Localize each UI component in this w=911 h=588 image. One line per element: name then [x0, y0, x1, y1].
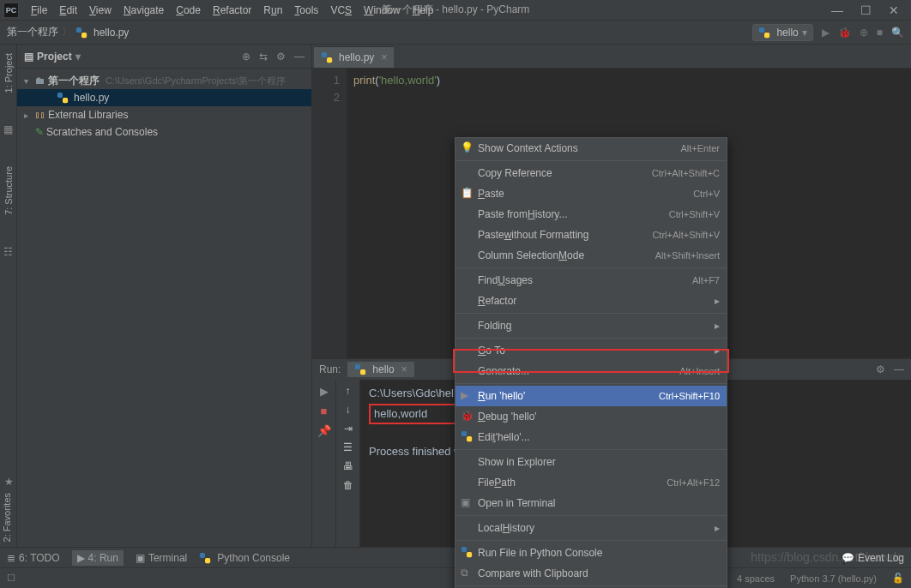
- stop-icon[interactable]: ■: [321, 405, 328, 417]
- submenu-arrow-icon: ▸: [715, 522, 720, 534]
- menu-edit[interactable]: Edit: [54, 3, 82, 18]
- event-log-button[interactable]: 💬Event Log: [842, 552, 904, 564]
- editor-tab-hello[interactable]: hello.py ×: [314, 46, 394, 68]
- run-config-selector[interactable]: hello ▾: [752, 24, 812, 41]
- menu-vcs[interactable]: VCS: [325, 3, 357, 18]
- ctx-generate[interactable]: Generate...Alt+Insert: [456, 361, 727, 381]
- structure-tool-tab[interactable]: 7: Structure: [2, 161, 15, 220]
- debug-button-icon[interactable]: 🐞: [838, 27, 851, 39]
- line-number: 1: [312, 72, 340, 89]
- hide-panel-icon[interactable]: —: [294, 51, 305, 63]
- clipboard-icon: 📋: [461, 187, 473, 199]
- trash-icon[interactable]: 🗑: [343, 479, 353, 491]
- gear-icon[interactable]: ⚙: [276, 51, 286, 63]
- close-tab-icon[interactable]: ×: [401, 363, 407, 375]
- ctx-copy-reference[interactable]: Copy ReferenceCtrl+Alt+Shift+C: [456, 163, 727, 183]
- project-panel-title[interactable]: ▤ Project ▾: [24, 51, 242, 63]
- gear-icon[interactable]: ⚙: [876, 363, 885, 375]
- python-file-icon: [57, 92, 69, 104]
- menu-tools[interactable]: Tools: [289, 3, 323, 18]
- tree-scratches[interactable]: ✎ Scratches and Consoles: [17, 123, 311, 141]
- down-icon[interactable]: ↓: [346, 404, 351, 416]
- menu-code[interactable]: Code: [171, 3, 206, 18]
- tree-file-hello[interactable]: hello.py: [17, 89, 311, 106]
- run-tool-button[interactable]: ▶4: Run: [72, 550, 124, 566]
- ctx-run-python-console[interactable]: Run File in Python Console: [456, 543, 727, 563]
- ctx-paste-without-formatting[interactable]: Paste without FormattingCtrl+Alt+Shift+V: [456, 225, 727, 245]
- maximize-icon[interactable]: ☐: [860, 3, 872, 17]
- separator: [456, 585, 727, 586]
- scratch-icon: ✎: [35, 126, 44, 138]
- ctx-paste-history[interactable]: Paste from History...Ctrl+Shift+V: [456, 204, 727, 225]
- separator: [456, 338, 727, 339]
- svg-rect-10: [200, 552, 205, 557]
- close-icon[interactable]: ✕: [889, 3, 899, 17]
- line-number: 2: [312, 89, 340, 106]
- stop-icon[interactable]: ■: [877, 27, 883, 39]
- project-icon: ▦: [3, 123, 13, 135]
- menu-file[interactable]: File: [26, 3, 52, 18]
- locate-icon[interactable]: ⊕: [242, 51, 250, 63]
- project-tool-tab[interactable]: 1: Project: [2, 48, 15, 98]
- ctx-column-selection[interactable]: Column Selection ModeAlt+Shift+Insert: [456, 245, 727, 266]
- ctx-goto[interactable]: Go To▸: [456, 340, 727, 361]
- python-console-tool-button[interactable]: Python Console: [199, 552, 290, 564]
- ctx-folding[interactable]: Folding▸: [456, 315, 727, 336]
- pycharm-logo-icon: PC: [3, 3, 19, 18]
- run-panel-tab[interactable]: hello ×: [347, 362, 413, 377]
- readonly-lock-icon[interactable]: 🔓: [892, 573, 904, 584]
- tree-project-root[interactable]: ▾ 🖿 第一个程序 C:\Users\Gdc\PycharmProjects\第…: [17, 72, 311, 89]
- ctx-open-in-terminal[interactable]: ▣Open in Terminal: [456, 493, 727, 513]
- search-everywhere-icon[interactable]: 🔍: [891, 27, 904, 39]
- terminal-tool-button[interactable]: ▣Terminal: [136, 552, 187, 564]
- run-gutter-2: ↑ ↓ ⇥ ☰ 🖶 🗑: [336, 380, 360, 547]
- ctx-show-in-explorer[interactable]: Show in Explorer: [456, 452, 727, 472]
- ctx-edit-hello[interactable]: Edit 'hello'...: [456, 427, 727, 447]
- ctx-show-context-actions[interactable]: 💡Show Context ActionsAlt+Enter: [456, 138, 727, 159]
- python-interpreter[interactable]: Python 3.7 (hello.py): [790, 573, 877, 584]
- diff-icon: ⧉: [461, 567, 473, 579]
- rerun-icon[interactable]: ▶: [320, 385, 329, 398]
- chevron-down-icon: ▾: [75, 51, 81, 63]
- todo-tool-button[interactable]: ≣6: TODO: [7, 552, 60, 564]
- separator: [456, 313, 727, 314]
- todo-icon: ≣: [7, 552, 15, 564]
- separator: [456, 267, 727, 268]
- svg-rect-9: [360, 369, 365, 375]
- breadcrumb-file[interactable]: hello.py: [94, 27, 129, 39]
- separator: [456, 449, 727, 450]
- chevron-right-icon: ▸: [24, 111, 33, 120]
- favorites-tool-tab[interactable]: 2: Favorites: [0, 488, 14, 547]
- tool-window-quick-access-icon[interactable]: ☐: [7, 573, 15, 584]
- ctx-compare-clipboard[interactable]: ⧉Compare with Clipboard: [456, 563, 727, 584]
- editor-tabs: hello.py ×: [312, 45, 911, 69]
- svg-rect-7: [327, 57, 332, 63]
- breadcrumb-project[interactable]: 第一个程序: [7, 25, 58, 39]
- print-icon[interactable]: 🖶: [343, 460, 353, 472]
- ctx-paste[interactable]: 📋PasteCtrl+V: [456, 183, 727, 204]
- run-tab-label: hello: [372, 363, 394, 375]
- tree-external-libs[interactable]: ▸ ⫾⫾ External Libraries: [17, 106, 311, 123]
- ctx-local-history[interactable]: Local History▸: [456, 518, 727, 538]
- up-icon[interactable]: ↑: [346, 385, 351, 397]
- close-tab-icon[interactable]: ×: [381, 51, 387, 63]
- run-button-icon[interactable]: ▶: [822, 27, 830, 39]
- wrap-icon[interactable]: ⇥: [344, 423, 353, 435]
- svg-rect-3: [764, 33, 769, 38]
- ctx-find-usages[interactable]: Find UsagesAlt+F7: [456, 270, 727, 291]
- menu-view[interactable]: View: [84, 3, 117, 18]
- collapse-all-icon[interactable]: ⇆: [259, 51, 268, 63]
- ctx-file-path[interactable]: File PathCtrl+Alt+F12: [456, 472, 727, 493]
- ctx-debug-hello[interactable]: 🐞Debug 'hello': [456, 406, 727, 427]
- indent-setting[interactable]: 4 spaces: [737, 573, 775, 584]
- ctx-refactor[interactable]: Refactor▸: [456, 291, 727, 311]
- menu-navigate[interactable]: Navigate: [118, 3, 169, 18]
- coverage-icon[interactable]: ⊕: [860, 27, 868, 39]
- ctx-run-hello[interactable]: ▶Run 'hello'Ctrl+Shift+F10: [456, 386, 727, 406]
- hide-panel-icon[interactable]: —: [894, 363, 904, 375]
- pin-icon[interactable]: 📌: [317, 424, 331, 437]
- scroll-icon[interactable]: ☰: [343, 441, 353, 453]
- menu-run[interactable]: Run: [258, 3, 287, 18]
- menu-refactor[interactable]: Refactor: [208, 3, 256, 18]
- minimize-icon[interactable]: —: [831, 3, 843, 17]
